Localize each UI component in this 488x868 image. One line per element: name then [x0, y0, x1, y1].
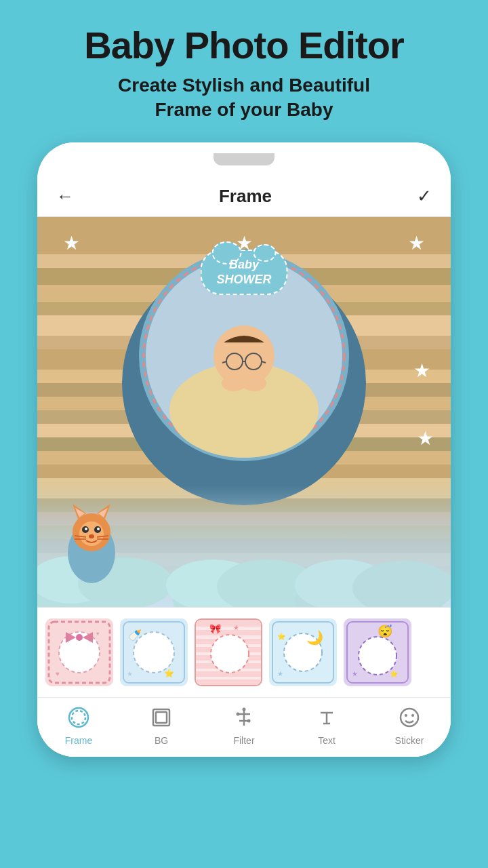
svg-point-110	[401, 709, 418, 726]
filter-icon	[232, 706, 256, 732]
back-button[interactable]: ←	[56, 186, 74, 207]
svg-rect-100	[156, 712, 167, 723]
nav-item-filter[interactable]: Filter	[217, 706, 271, 746]
frame-bottom	[37, 485, 451, 607]
svg-text:🍼: 🍼	[128, 629, 142, 642]
star-icon-tr: ★	[408, 232, 425, 254]
svg-point-93	[359, 637, 396, 675]
cloud-shape: Baby SHOWER	[201, 250, 288, 295]
nav-item-sticker[interactable]: Sticker	[382, 706, 436, 746]
svg-text:♥: ♥	[96, 631, 100, 637]
text-label: Text	[318, 735, 336, 746]
svg-text:⭐: ⭐	[164, 668, 174, 678]
text-icon	[315, 706, 338, 732]
screen-title: Frame	[219, 186, 272, 207]
cloud-text: Baby SHOWER	[217, 258, 272, 287]
app-subtitle: Create Stylish and BeautifulFrame of you…	[27, 73, 461, 123]
frame-thumbnail-1[interactable]: ♥ ♥	[45, 618, 113, 686]
frame-icon	[67, 706, 90, 732]
star-icon-mr: ★	[413, 359, 430, 382]
svg-point-82	[211, 635, 249, 673]
svg-point-105	[237, 713, 240, 716]
svg-text:🎀: 🎀	[209, 623, 222, 635]
scalloped-frame	[119, 258, 369, 509]
frame-thumbnail-3[interactable]: 🎀 ★	[195, 618, 262, 686]
svg-text:😴: 😴	[378, 624, 393, 639]
filter-label: Filter	[233, 735, 254, 746]
app-header: Baby Photo Editor Create Stylish and Bea…	[0, 0, 488, 136]
svg-text:⭐: ⭐	[390, 669, 399, 678]
frame-label: Frame	[65, 735, 92, 746]
star-icon-tl: ★	[63, 232, 80, 254]
cloud-tag: Baby SHOWER	[201, 250, 288, 295]
svg-text:🌙: 🌙	[306, 629, 323, 646]
frame-thumbnail-4[interactable]: 🌙 ⭐ ★	[269, 618, 337, 686]
svg-point-112	[411, 714, 414, 717]
svg-text:★: ★	[352, 670, 358, 677]
sticker-label: Sticker	[395, 735, 424, 746]
svg-rect-81	[196, 679, 262, 686]
svg-point-55	[97, 528, 100, 530]
svg-text:★: ★	[127, 670, 133, 677]
nav-item-text[interactable]: Text	[300, 706, 354, 746]
photo-frame-area[interactable]: ★ ★ ★ ★ ★ Baby SHOWER	[37, 217, 451, 607]
app-content: ← Frame ✓ ★ ★ ★ ★ ★ Baby SHOWER	[37, 176, 451, 757]
svg-point-104	[243, 708, 246, 711]
fox-character-svg	[51, 498, 132, 587]
svg-text:★: ★	[277, 670, 283, 677]
svg-point-28	[214, 326, 274, 387]
svg-text:★: ★	[233, 624, 239, 631]
svg-point-98	[72, 711, 85, 724]
svg-point-54	[85, 528, 87, 530]
app-title: Baby Photo Editor	[27, 24, 461, 66]
sticker-icon	[398, 706, 421, 732]
thumbnail-strip: ♥ ♥ 🍼 ⭐ ★	[37, 607, 451, 697]
phone-notch	[214, 153, 274, 165]
svg-text:♥: ♥	[56, 670, 60, 677]
svg-point-35	[242, 375, 266, 391]
phone-top-bar	[37, 142, 451, 176]
phone-mockup: ← Frame ✓ ★ ★ ★ ★ ★ Baby SHOWER	[37, 142, 451, 757]
nav-item-frame[interactable]: Frame	[52, 706, 106, 746]
star-icon-br: ★	[417, 427, 434, 450]
confirm-button[interactable]: ✓	[417, 186, 432, 207]
svg-rect-74	[196, 620, 262, 627]
bottom-nav: Frame BG	[37, 697, 451, 757]
frame-thumbnail-5[interactable]: 😴 ★ ⭐	[344, 618, 411, 686]
svg-point-56	[89, 534, 94, 538]
bg-label: BG	[155, 735, 168, 746]
svg-point-106	[247, 719, 251, 723]
svg-point-111	[405, 714, 407, 717]
nav-item-bg[interactable]: BG	[134, 706, 188, 746]
bg-icon	[150, 706, 173, 732]
svg-text:⭐: ⭐	[277, 632, 286, 641]
frame-thumbnail-2[interactable]: 🍼 ⭐ ★	[120, 618, 188, 686]
nav-bar: ← Frame ✓	[37, 176, 451, 217]
svg-point-64	[76, 634, 83, 641]
